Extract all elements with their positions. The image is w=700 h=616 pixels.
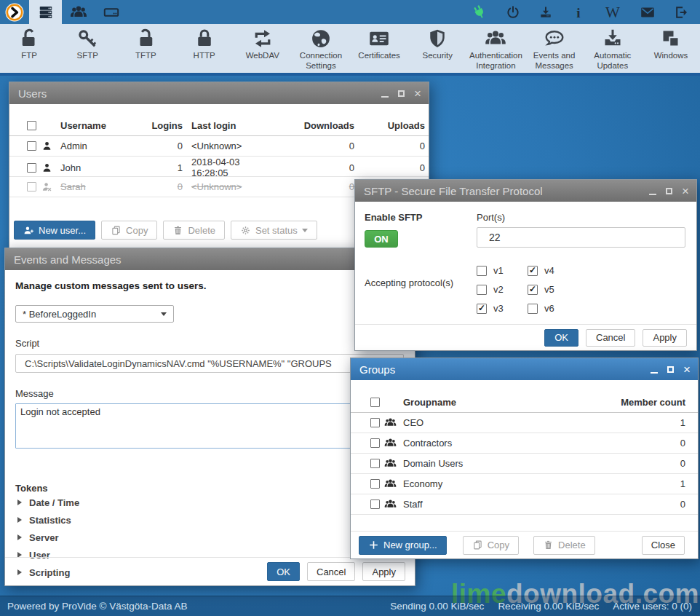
protocol-v1[interactable]: v1 [477,265,528,276]
table-row[interactable]: Contractors 0 [351,433,698,454]
checkbox[interactable] [477,304,487,314]
receiving-rate: Receiving 0.00 KiB/sec [498,601,599,612]
ribbon-item-http[interactable]: HTTP [175,24,234,73]
checkbox[interactable] [528,266,538,276]
close-icon[interactable]: × [683,363,691,376]
row-checkbox[interactable] [27,163,36,173]
apply-button[interactable]: Apply [362,562,405,581]
close-icon[interactable]: × [682,185,689,197]
table-row[interactable]: John 1 2018-04-03 16:28:05 0 0 [9,157,429,177]
token-item-date-time[interactable]: Date / Time [15,494,405,511]
row-checkbox[interactable] [370,479,380,489]
ribbon-item-certificates[interactable]: Certificates [350,24,408,73]
delete-user-button[interactable]: Delete [163,221,225,240]
ribbon-divider [0,73,700,76]
cancel-button[interactable]: Cancel [307,562,355,581]
minimize-icon[interactable] [381,96,389,98]
row-checkbox[interactable] [370,459,380,468]
ribbon-item-events-and-messages[interactable]: Events and Messages [525,24,584,73]
ribbon-item-automatic-updates[interactable]: Automatic Updates [584,24,642,73]
protocol-v4[interactable]: v4 [528,265,578,276]
info-icon[interactable]: i [571,5,586,20]
mail-icon[interactable] [640,4,656,20]
users-titlebar[interactable]: Users × [9,82,429,104]
logout-icon[interactable] [674,5,688,20]
ribbon-item-security[interactable]: Security [408,24,466,73]
app-logo[interactable] [0,0,29,24]
checkbox[interactable] [528,304,538,314]
token-item-statistics[interactable]: Statistics [15,511,405,529]
checkbox[interactable] [477,285,487,295]
row-checkbox[interactable] [370,438,380,448]
protocol-v3[interactable]: v3 [477,303,528,314]
ribbon-item-connection-settings[interactable]: Connection Settings [292,24,350,73]
new-group-button[interactable]: New group... [359,536,447,555]
cell-member-count: 1 [605,478,685,489]
row-checkbox[interactable] [370,418,380,427]
checkbox[interactable] [477,266,487,276]
ports-input[interactable] [477,227,685,248]
row-checkbox[interactable] [27,141,36,151]
maximize-icon[interactable] [398,90,405,97]
delete-group-button[interactable]: Delete [533,536,595,555]
row-checkbox[interactable] [370,499,380,509]
download-icon[interactable] [538,5,553,20]
token-item-server[interactable]: Server [15,529,405,546]
ribbon-item-label: Automatic Updates [584,51,641,71]
ribbon-item-ftp[interactable]: FTP [0,24,58,73]
table-row[interactable]: Admin 0 <Unknown> 0 0 [9,136,429,157]
protocol-v6[interactable]: v6 [528,303,578,314]
event-select[interactable]: * BeforeLoggedIn [15,305,174,323]
power-icon[interactable] [506,5,520,20]
checkbox[interactable] [528,285,538,295]
table-row[interactable]: Staff 0 [351,494,698,515]
select-all-checkbox[interactable] [370,398,380,407]
minimize-icon[interactable] [651,372,658,374]
ribbon-item-webdav[interactable]: WebDAV [234,24,292,73]
select-all-checkbox[interactable] [27,121,36,130]
ribbon-item-windows[interactable]: Windows [642,24,700,73]
row-checkbox[interactable] [27,182,36,191]
groups-titlebar[interactable]: Groups × [351,358,698,380]
column-header-last-login: Last login [191,120,279,131]
ribbon-item-label: SFTP [77,51,98,61]
new-user-button[interactable]: New user... [14,221,95,240]
protocol-v5[interactable]: v5 [528,284,578,295]
protocol-v2[interactable]: v2 [477,284,528,295]
tab-server[interactable] [29,0,62,24]
apply-button[interactable]: Apply [643,329,687,347]
ribbon-item-tftp[interactable]: TFTP [116,24,175,73]
sftp-toggle[interactable]: ON [365,230,398,248]
script-input[interactable] [15,354,404,373]
copy-group-button[interactable]: Copy [463,536,519,555]
events-titlebar[interactable]: Events and Messages [5,248,415,270]
plug-icon[interactable] [472,4,488,20]
table-row[interactable]: CEO 1 [351,413,698,433]
tab-storage[interactable] [95,0,127,24]
minimize-icon[interactable] [649,194,656,196]
ok-button[interactable]: OK [544,329,578,347]
close-icon[interactable]: × [414,87,421,100]
sftp-titlebar[interactable]: SFTP - Secure File Transfer Protocol × [355,180,696,202]
cell-member-count: 0 [605,458,685,469]
copy-user-button[interactable]: Copy [101,221,157,240]
message-textarea[interactable]: Login not accepted [15,403,404,449]
ribbon-item-sftp[interactable]: SFTP [58,24,116,73]
cancel-button[interactable]: Cancel [586,329,635,347]
maximize-icon[interactable] [667,366,674,373]
tab-users[interactable] [62,0,95,24]
ok-button[interactable]: OK [267,562,300,581]
table-row[interactable]: Domain Users 0 [351,454,698,474]
table-row[interactable]: Economy 1 [351,474,698,494]
statusbar: Powered by ProVide © Västgöta-Data AB Se… [0,596,700,616]
set-status-button[interactable]: Set status [231,221,317,240]
wikipedia-icon[interactable]: W [604,4,621,21]
maximize-icon[interactable] [666,188,672,194]
ribbon-item-authentication-integration[interactable]: Authentication Integration [466,24,525,73]
groups-table-header: Groupname Member count [351,392,698,413]
lock-open-icon [135,28,156,50]
close-button[interactable]: Close [642,536,685,555]
trash-icon [543,540,554,550]
servers-icon [38,4,54,20]
ribbon-item-label: Authentication Integration [467,51,524,71]
